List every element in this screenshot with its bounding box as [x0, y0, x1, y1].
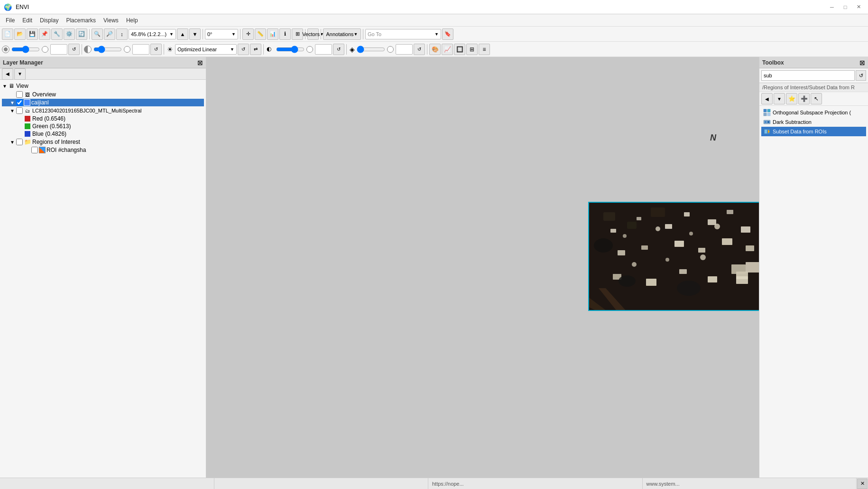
- layer-manager-panel: Layer Manager ⊠ ◀ ▼ ▼ 🖥 View 🖼 Overview: [0, 57, 206, 478]
- svg-rect-17: [698, 248, 705, 253]
- contrast-slider[interactable]: [93, 46, 122, 53]
- opacity-input[interactable]: 0: [396, 44, 413, 55]
- dark-icon: [763, 118, 771, 126]
- more-btn[interactable]: ≡: [479, 44, 490, 55]
- histogram-btn[interactable]: 📈: [442, 44, 453, 55]
- toolbox-items-list: Orthogonal Subspace Projection ( Dark Su…: [759, 106, 868, 478]
- tree-view-item[interactable]: ▼ 🖥 View: [2, 82, 204, 90]
- brightness-input[interactable]: 50: [50, 44, 67, 55]
- bookmark-button[interactable]: 🔖: [442, 28, 453, 40]
- svg-rect-7: [610, 229, 616, 233]
- zoom-out-button[interactable]: 🔍: [92, 28, 103, 40]
- nav-up[interactable]: ▲: [177, 28, 188, 40]
- stretch-refresh[interactable]: ↺: [238, 44, 249, 55]
- pin-button[interactable]: 📌: [39, 28, 50, 40]
- info-button[interactable]: ℹ: [279, 28, 291, 40]
- toolbox-cursor-icon[interactable]: ↖: [811, 93, 822, 104]
- roi-folder-checkbox[interactable]: [16, 139, 23, 145]
- contrast-input[interactable]: 20: [132, 44, 149, 55]
- close-button[interactable]: ✕: [853, 3, 864, 11]
- layer-checkbox[interactable]: [16, 107, 23, 114]
- annotations-button[interactable]: Annotations ▼: [323, 28, 361, 40]
- toolbox-panel: Toolbox ⊠ sub ↺ /Regions of Interest/Sub…: [759, 57, 868, 478]
- minimize-button[interactable]: ─: [826, 3, 838, 11]
- cursor-button[interactable]: ✛: [242, 28, 254, 40]
- tool3-button[interactable]: 🔄: [76, 28, 87, 40]
- tree-roi-folder-item[interactable]: ▼ 📁 Regions of Interest: [2, 138, 204, 146]
- menu-placemarks[interactable]: Placemarks: [62, 16, 100, 25]
- toolbox-star-icon[interactable]: ⭐: [786, 93, 797, 104]
- nav-down[interactable]: ▼: [189, 28, 201, 40]
- tree-caijianl-item[interactable]: ▼ caijianl: [2, 99, 204, 106]
- transparency-refresh[interactable]: ↺: [333, 44, 344, 55]
- toolbox-item-dark[interactable]: Dark Subtraction: [761, 117, 866, 127]
- menu-file[interactable]: File: [2, 16, 18, 25]
- tree-red-item[interactable]: Red (0.6546): [2, 115, 204, 122]
- menu-display[interactable]: Display: [36, 16, 62, 25]
- menu-help[interactable]: Help: [122, 16, 142, 25]
- menu-views[interactable]: Views: [100, 16, 122, 25]
- save-button[interactable]: 💾: [27, 28, 38, 40]
- caijianl-checkbox[interactable]: [16, 99, 23, 106]
- zoom-input-button[interactable]: ↕: [116, 28, 128, 40]
- opacity-refresh[interactable]: ↺: [414, 44, 425, 55]
- sep-tb2-2: [164, 44, 164, 55]
- tree-green-item[interactable]: Green (0.5613): [2, 122, 204, 130]
- stretch-sync[interactable]: ⇄: [250, 44, 261, 55]
- overview-icon: 🖼: [24, 91, 31, 98]
- toolbox-back-btn[interactable]: ◀: [761, 93, 773, 104]
- vectors-button[interactable]: Vectors ▼: [307, 28, 319, 40]
- layer-btn[interactable]: ⊞: [466, 44, 478, 55]
- roi-expand-icon[interactable]: ▼: [9, 139, 15, 145]
- tool1-button[interactable]: 🔧: [51, 28, 63, 40]
- zoom-chevron-icon: ▼: [169, 32, 174, 37]
- toolbox-dropdown-btn[interactable]: ▼: [774, 93, 785, 104]
- contrast-refresh[interactable]: ↺: [150, 44, 162, 55]
- color-table-btn[interactable]: 🎨: [429, 44, 441, 55]
- view-expand-icon[interactable]: ▼: [2, 83, 8, 89]
- tree-layer-item[interactable]: ▼ 🗂 LC81230402019165BJC00_MTL_MultiSpect…: [2, 106, 204, 115]
- new-button[interactable]: 📄: [2, 28, 13, 40]
- toolbox-item-subset[interactable]: Subset Data from ROIs: [761, 127, 866, 136]
- band-btn[interactable]: 🔲: [454, 44, 465, 55]
- grid-button[interactable]: ⊞: [292, 28, 303, 40]
- toolbox-search-input[interactable]: sub: [761, 70, 855, 81]
- lm-dropdown-btn[interactable]: ▼: [14, 68, 26, 80]
- menu-edit[interactable]: Edit: [18, 16, 36, 25]
- open-button[interactable]: 📂: [14, 28, 26, 40]
- status-close-btn[interactable]: ✕: [857, 479, 868, 489]
- tree-roi-item[interactable]: ROI #changsha: [2, 146, 204, 154]
- caijianl-expand-icon[interactable]: ▼: [9, 100, 15, 105]
- tree-blue-item[interactable]: Blue (0.4826): [2, 130, 204, 138]
- toolbox-close-icon[interactable]: ⊠: [859, 59, 865, 66]
- measure-button[interactable]: 📏: [255, 28, 266, 40]
- transparency-slider[interactable]: [276, 46, 305, 53]
- opacity-icon: ◈: [350, 46, 355, 53]
- contrast-icon: [84, 46, 92, 53]
- stretch-dropdown[interactable]: Optimized Linear ▼: [175, 44, 237, 55]
- zoom-dropdown[interactable]: 45.8% (1:2.2...) ▼: [129, 29, 176, 39]
- map-view[interactable]: N: [206, 57, 759, 478]
- overview-checkbox[interactable]: [16, 91, 23, 98]
- roi-item-checkbox[interactable]: [31, 147, 38, 153]
- layer-manager-close-icon[interactable]: ⊠: [197, 59, 203, 66]
- stretch-label: Optimized Linear: [177, 47, 230, 52]
- toolbox-refresh-btn[interactable]: ↺: [856, 70, 866, 81]
- maximize-button[interactable]: □: [840, 3, 851, 11]
- toolbox-add-icon[interactable]: ➕: [798, 93, 810, 104]
- opacity-slider[interactable]: [357, 46, 385, 53]
- layer-expand-icon[interactable]: ▼: [9, 108, 15, 113]
- brightness-refresh[interactable]: ↺: [68, 44, 80, 55]
- goto-dropdown[interactable]: Go To ▼: [365, 29, 441, 39]
- angle-dropdown[interactable]: 0° ▼: [205, 29, 238, 39]
- toolbox-item-osp[interactable]: Orthogonal Subspace Projection (: [761, 108, 866, 117]
- status-bar: https://nope... www.system... ✕: [0, 478, 868, 489]
- lm-left-btn[interactable]: ◀: [2, 68, 13, 80]
- tree-overview-item[interactable]: 🖼 Overview: [2, 90, 204, 99]
- tool2-button[interactable]: ⚙️: [64, 28, 75, 40]
- profile-button[interactable]: 📊: [267, 28, 278, 40]
- brightness-slider[interactable]: [11, 46, 40, 53]
- zoom-in-button[interactable]: 🔎: [104, 28, 115, 40]
- svg-rect-38: [764, 109, 766, 112]
- stretch-value-input[interactable]: 10: [315, 44, 332, 55]
